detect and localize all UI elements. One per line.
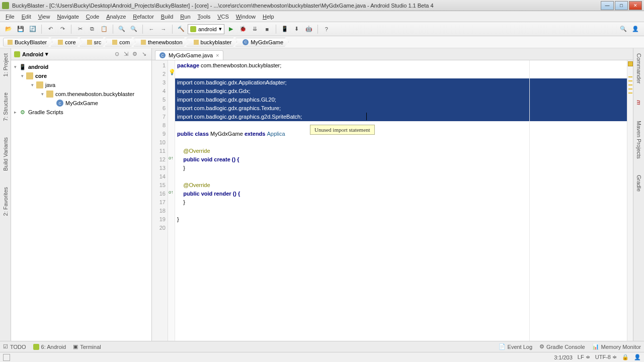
tree-core[interactable]: ▾core <box>11 71 151 80</box>
menu-tools[interactable]: Tools <box>194 13 214 21</box>
tab-maven[interactable]: m <box>635 97 643 108</box>
tab-terminal[interactable]: ▣Terminal <box>73 343 101 350</box>
replace-icon[interactable]: 🔍 <box>128 24 139 35</box>
menu-navigate[interactable]: Navigate <box>53 13 82 21</box>
paste-icon[interactable]: 📋 <box>99 24 110 35</box>
warning-mark[interactable] <box>628 84 632 85</box>
code-line: import com.badlogic.gdx.Gdx; <box>175 87 627 96</box>
run-icon[interactable]: ▶ <box>225 24 236 35</box>
menu-help[interactable]: Help <box>259 13 278 21</box>
help-icon[interactable]: ? <box>321 24 332 35</box>
hector-icon[interactable]: 👤 <box>634 354 641 360</box>
monitor-icon[interactable]: 🤖 <box>303 24 314 35</box>
crumb-class[interactable]: CMyGdxGame <box>235 38 289 47</box>
avd-icon[interactable]: 📱 <box>279 24 290 35</box>
menu-code[interactable]: Code <box>83 13 103 21</box>
lock-icon[interactable]: 🔒 <box>622 354 629 360</box>
warning-mark[interactable] <box>628 93 632 94</box>
warning-mark[interactable] <box>628 88 632 89</box>
open-icon[interactable]: 📂 <box>3 24 14 35</box>
error-stripe[interactable] <box>627 60 633 341</box>
code-line <box>175 70 627 78</box>
tab-event-log[interactable]: 📄Event Log <box>499 343 533 350</box>
menu-file[interactable]: File <box>2 13 18 21</box>
run-config-combo[interactable]: android ▾ <box>188 24 224 34</box>
sync-icon[interactable]: 🔄 <box>27 24 38 35</box>
crumb-buckyblaster[interactable]: buckyblaster <box>186 38 237 47</box>
tree-java[interactable]: ▾java <box>11 80 151 89</box>
stop-icon[interactable]: ■ <box>262 24 273 35</box>
close-button[interactable]: ✕ <box>629 1 642 10</box>
warning-mark[interactable] <box>628 80 632 81</box>
caret-position[interactable]: 3:1/203 <box>554 354 573 360</box>
project-view-selector[interactable]: Android ▾ <box>14 51 112 57</box>
crumb-core[interactable]: core <box>50 38 81 47</box>
debug-icon[interactable]: 🐞 <box>237 24 249 35</box>
ide-status-icon[interactable] <box>3 354 10 361</box>
hide-icon[interactable]: ↘ <box>139 50 148 59</box>
forward-icon[interactable]: → <box>158 24 169 35</box>
expand-icon[interactable]: ▾ <box>14 64 19 69</box>
menu-window[interactable]: Window <box>232 13 259 21</box>
tab-project[interactable]: 1: Project <box>2 50 10 79</box>
tab-gradle[interactable]: Gradle <box>635 172 643 195</box>
override-icon[interactable]: o↑ <box>169 190 174 195</box>
close-tab-icon[interactable]: × <box>216 52 219 58</box>
inspection-status-icon[interactable] <box>628 61 633 66</box>
crumb-src[interactable]: src <box>79 38 107 47</box>
crumb-project[interactable]: BuckyBlaster <box>3 38 52 47</box>
redo-icon[interactable]: ↷ <box>57 24 68 35</box>
find-icon[interactable]: 🔍 <box>116 24 127 35</box>
expand-icon[interactable]: ▸ <box>14 110 19 115</box>
override-icon[interactable]: o↑ <box>169 155 174 160</box>
scroll-from-source-icon[interactable]: ⊙ <box>112 50 121 59</box>
tab-android[interactable]: 6: Android <box>33 344 66 350</box>
code-area[interactable]: package com.thenewboston.buckyblaster; i… <box>175 60 627 341</box>
expand-icon[interactable]: ▾ <box>41 92 46 97</box>
search-everywhere-icon[interactable]: 🔍 <box>618 24 629 35</box>
copy-icon[interactable]: ⧉ <box>87 24 98 35</box>
tree-root[interactable]: ▾📱android <box>11 62 151 71</box>
tab-memory-monitor[interactable]: 📊Memory Monitor <box>592 343 641 350</box>
maximize-button[interactable]: □ <box>615 1 628 10</box>
attach-icon[interactable]: ⇊ <box>250 24 261 35</box>
tree-package[interactable]: ▾com.thenewboston.buckyblaster <box>11 89 151 99</box>
collapse-all-icon[interactable]: ⇲ <box>121 50 130 59</box>
tab-build-variants[interactable]: Build Variants <box>2 134 10 174</box>
menu-edit[interactable]: Edit <box>18 13 35 21</box>
crumb-com[interactable]: com <box>105 38 135 47</box>
back-icon[interactable]: ← <box>146 24 157 35</box>
tab-structure[interactable]: 7: Structure <box>2 89 10 124</box>
intention-bulb-icon[interactable]: 💡 <box>169 69 176 75</box>
menu-vcs[interactable]: VCS <box>214 13 232 21</box>
tab-favorites[interactable]: 2: Favorites <box>2 184 10 219</box>
expand-icon[interactable]: ▾ <box>21 73 26 78</box>
make-icon[interactable]: 🔨 <box>176 24 187 35</box>
cut-icon[interactable]: ✂ <box>74 24 86 35</box>
warning-mark[interactable] <box>628 76 632 77</box>
sdk-icon[interactable]: ⬇ <box>291 24 302 35</box>
tab-commander[interactable]: Commander <box>635 50 643 87</box>
tree-class[interactable]: CMyGdxGame <box>11 99 151 108</box>
tree-gradle-scripts[interactable]: ▸⚙Gradle Scripts <box>11 108 151 117</box>
editor-body[interactable]: 1 2 3 4 5 6 7 8 9 10 11 12 13 14 15 16 1… <box>152 60 633 341</box>
separator <box>276 25 276 34</box>
line-separator[interactable]: LF ≑ <box>578 354 590 360</box>
menu-run[interactable]: Run <box>177 13 194 21</box>
menu-refactor[interactable]: Refactor <box>129 13 157 21</box>
user-icon[interactable]: 👤 <box>630 24 641 35</box>
file-tab[interactable]: C MyGdxGame.java × <box>155 50 223 60</box>
tab-maven-label[interactable]: Maven Projects <box>635 118 643 162</box>
file-encoding[interactable]: UTF-8 ≑ <box>595 354 617 360</box>
minimize-button[interactable]: — <box>601 1 614 10</box>
crumb-thenewboston[interactable]: thenewboston <box>133 38 188 47</box>
menu-analyze[interactable]: Analyze <box>103 13 129 21</box>
menu-view[interactable]: View <box>35 13 54 21</box>
gear-icon[interactable]: ⚙ <box>130 50 139 59</box>
menu-build[interactable]: Build <box>157 13 177 21</box>
tab-gradle-console[interactable]: ⚙Gradle Console <box>539 343 585 350</box>
expand-icon[interactable]: ▾ <box>31 82 36 87</box>
undo-icon[interactable]: ↶ <box>45 24 56 35</box>
save-icon[interactable]: 💾 <box>15 24 26 35</box>
tab-todo[interactable]: ☑TODO <box>3 343 26 350</box>
